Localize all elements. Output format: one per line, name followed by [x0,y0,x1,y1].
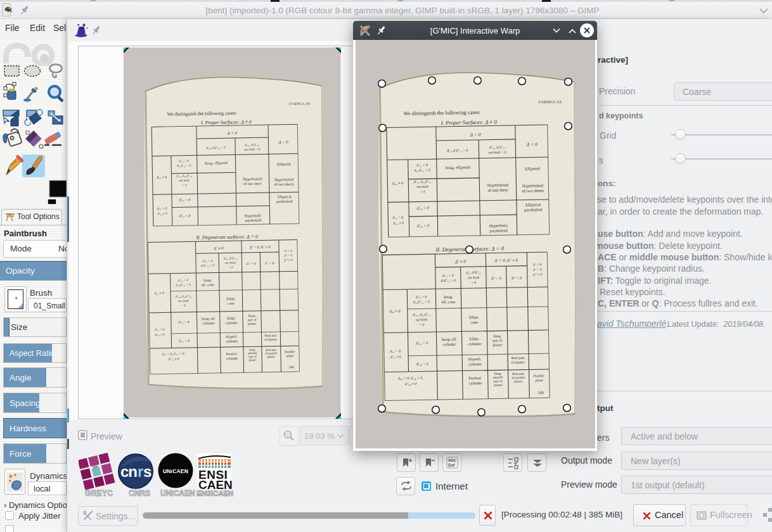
svg-text:ENSICAEN: ENSICAEN [196,490,233,497]
svg-text:s: s [143,463,151,480]
svg-text:CNRS: CNRS [129,489,150,498]
svg-text:Abc: Abc [448,458,456,462]
svg-text:GREYC: GREYC [85,489,113,498]
svg-text:r: r [138,463,143,480]
svg-text:cn: cn [120,463,137,480]
svg-text:Def: Def [448,463,455,467]
svg-text:UNıCAEN: UNıCAEN [163,468,188,474]
svg-text:UNICAEN: UNICAEN [160,489,195,498]
